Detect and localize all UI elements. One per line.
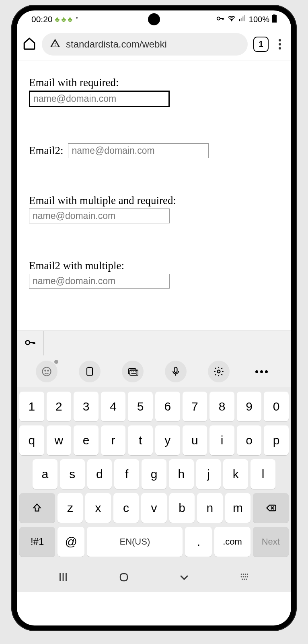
battery-percent: 100% [249,15,269,24]
key-dotcom[interactable]: .com [214,527,250,557]
svg-point-27 [242,578,243,580]
key-v[interactable]: v [141,493,166,523]
key-6[interactable]: 6 [155,392,180,421]
key-shift[interactable] [19,493,55,523]
field-email-required: Email with required: [29,76,279,107]
key-h[interactable]: h [169,459,194,489]
battery-icon [272,14,277,25]
tabs-button[interactable]: 1 [253,37,269,52]
suggestion-bar [17,330,291,356]
nav-back[interactable] [178,571,190,585]
key-e[interactable]: e [74,425,99,455]
key-l[interactable]: l [251,459,275,489]
svg-point-9 [42,367,51,376]
key-space[interactable]: EN(US) [87,527,183,557]
key-f[interactable]: f [114,459,139,489]
key-o[interactable]: o [237,425,262,455]
emoji-button[interactable] [36,361,57,382]
status-time: 00:20 [31,14,53,24]
screen: 00:20 ♣ ♣ ♣ ● 100% [17,10,291,625]
key-z[interactable]: z [57,493,83,523]
key-c[interactable]: c [113,493,139,523]
input-email-multiple-required[interactable] [29,208,170,223]
svg-rect-16 [174,367,177,373]
divider [43,331,44,355]
svg-point-11 [47,370,48,371]
android-icon: ♣ [55,15,60,24]
key-0[interactable]: 0 [264,392,289,421]
device-frame: 00:20 ♣ ♣ ♣ ● 100% [11,5,297,631]
key-t[interactable]: t [128,425,153,455]
label-email2-multiple: Email2 with multiple: [29,260,279,272]
key-2[interactable]: 2 [47,392,72,421]
svg-rect-7 [273,14,275,15]
input-email2[interactable] [68,143,209,158]
signal-icon [238,14,246,25]
svg-rect-4 [242,17,244,21]
password-key-icon[interactable] [24,336,36,350]
nav-keyboard-icon[interactable] [239,571,251,585]
notification-icons: ♣ ♣ ♣ ● [55,15,78,24]
key-b[interactable]: b [169,493,195,523]
clipboard-button[interactable] [79,361,101,382]
key-a[interactable]: a [33,459,57,489]
field-email-multiple-required: Email with multiple and required: [29,194,279,223]
svg-point-25 [244,576,246,577]
more-tools-button[interactable] [251,361,273,382]
key-3[interactable]: 3 [74,392,99,421]
key-q[interactable]: q [19,425,44,455]
svg-rect-6 [272,15,277,23]
key-j[interactable]: j [196,459,221,489]
svg-rect-18 [120,574,127,581]
keyboard: 1 2 3 4 5 6 7 8 9 0 q w e r t y u i o [17,387,291,564]
wifi-icon [227,14,236,25]
key-at[interactable]: @ [57,527,84,557]
label-email2: Email2: [29,144,63,157]
key-4[interactable]: 4 [101,392,126,421]
key-i[interactable]: i [209,425,234,455]
menu-button[interactable] [274,39,285,50]
key-m[interactable]: m [225,493,251,523]
key-1[interactable]: 1 [19,392,44,421]
tabs-count: 1 [259,39,263,49]
svg-point-26 [246,576,248,577]
url-bar[interactable]: standardista.com/webki [42,33,248,56]
svg-rect-2 [239,19,240,21]
nav-recents[interactable] [57,571,69,585]
key-next[interactable]: Next [253,527,289,557]
key-g[interactable]: g [142,459,166,489]
field-email2-multiple: Email2 with multiple: [29,260,279,289]
input-email-required[interactable] [29,91,170,107]
key-symbols[interactable]: !#1 [19,527,55,557]
svg-rect-12 [87,368,92,376]
key-n[interactable]: n [197,493,222,523]
svg-point-29 [246,578,247,580]
key-k[interactable]: k [223,459,248,489]
key-r[interactable]: r [101,425,126,455]
key-s[interactable]: s [60,459,85,489]
svg-point-22 [246,574,248,575]
input-email2-multiple[interactable] [29,274,170,289]
home-button[interactable] [23,37,36,52]
key-x[interactable]: x [85,493,111,523]
key-d[interactable]: d [87,459,112,489]
voice-button[interactable] [165,361,187,382]
system-navbar [17,564,291,592]
nav-home[interactable] [118,571,130,585]
key-p[interactable]: p [264,425,289,455]
key-w[interactable]: w [47,425,72,455]
settings-button[interactable] [208,361,230,382]
key-u[interactable]: u [183,425,207,455]
key-8[interactable]: 8 [209,392,234,421]
key-5[interactable]: 5 [128,392,153,421]
key-9[interactable]: 9 [237,392,262,421]
key-backspace[interactable] [253,493,289,523]
key-y[interactable]: y [155,425,180,455]
svg-point-21 [244,574,246,575]
key-period[interactable]: . [185,527,212,557]
svg-point-19 [240,574,242,575]
page-content[interactable]: Email with required: Email2: Email with … [17,60,291,330]
keyboard-switch-button[interactable] [122,361,144,382]
browser-toolbar: standardista.com/webki 1 [17,28,291,60]
key-7[interactable]: 7 [183,392,207,421]
